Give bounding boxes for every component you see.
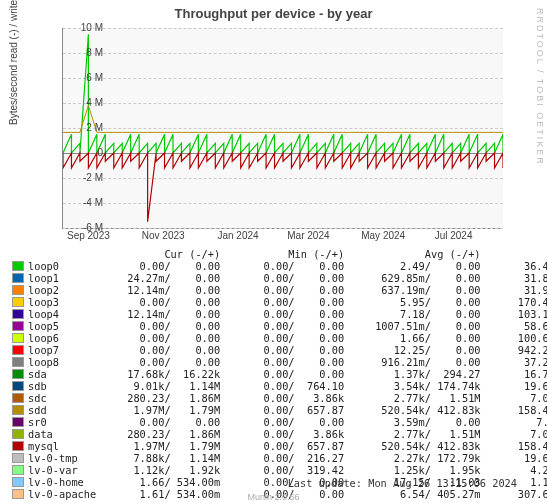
- chart-lines: [63, 28, 503, 228]
- x-tick-label: Jan 2024: [217, 230, 258, 241]
- legend-text: lv-0-tmp 7.88k/ 1.14M 0.00/ 216.27 2.27k…: [28, 452, 547, 464]
- legend-swatch: [12, 321, 24, 331]
- legend-text: sdb 9.01k/ 1.14M 0.00/ 764.10 3.54k/ 174…: [28, 380, 547, 392]
- y-tick-label: -4 M: [67, 197, 103, 208]
- y-tick-label: 10 M: [67, 22, 103, 33]
- legend-row: sda 17.68k/ 16.22k 0.00/ 0.00 1.37k/ 294…: [12, 368, 547, 380]
- y-tick-label: 2 M: [67, 122, 103, 133]
- y-axis-label: Bytes/second read (-) / write (+): [8, 0, 19, 125]
- legend-text: loop0 0.00/ 0.00 0.00/ 0.00 2.49/ 0.00 3…: [28, 260, 547, 272]
- y-tick-label: 4 M: [67, 97, 103, 108]
- x-tick-label: May 2024: [361, 230, 405, 241]
- legend-swatch: [12, 417, 24, 427]
- legend-row: loop8 0.00/ 0.00 0.00/ 0.00 916.21m/ 0.0…: [12, 356, 547, 368]
- legend-swatch: [12, 273, 24, 283]
- series-write: [63, 34, 503, 153]
- legend-row: loop1 24.27m/ 0.00 0.00/ 0.00 629.85m/ 0…: [12, 272, 547, 284]
- legend-swatch: [12, 369, 24, 379]
- legend-text: sdc 280.23/ 1.86M 0.00/ 3.86k 2.77k/ 1.5…: [28, 392, 547, 404]
- legend-swatch: [12, 285, 24, 295]
- legend-text: lv-0-var 1.12k/ 1.92k 0.00/ 319.42 1.25k…: [28, 464, 547, 476]
- legend-text: sr0 0.00/ 0.00 0.00/ 0.00 3.59m/ 0.00 7.…: [28, 416, 547, 428]
- legend-row: loop5 0.00/ 0.00 0.00/ 0.00 1007.51m/ 0.…: [12, 320, 547, 332]
- legend-text: loop5 0.00/ 0.00 0.00/ 0.00 1007.51m/ 0.…: [28, 320, 547, 332]
- tool-version: Munin 2.0.56: [0, 492, 547, 502]
- legend-text: data 280.23/ 1.86M 0.00/ 3.86k 2.77k/ 1.…: [28, 428, 547, 440]
- legend-row: sdd 1.97M/ 1.79M 0.00/ 657.87 520.54k/ 4…: [12, 404, 547, 416]
- legend-row: loop4 12.14m/ 0.00 0.00/ 0.00 7.18/ 0.00…: [12, 308, 547, 320]
- legend-row: lv-0-var 1.12k/ 1.92k 0.00/ 319.42 1.25k…: [12, 464, 547, 476]
- tool-watermark: RRDTOOL / TOBI OETIKER: [535, 8, 545, 166]
- legend-text: loop4 12.14m/ 0.00 0.00/ 0.00 7.18/ 0.00…: [28, 308, 547, 320]
- y-tick-label: 6 M: [67, 72, 103, 83]
- legend-row: loop2 12.14m/ 0.00 0.00/ 0.00 637.19m/ 0…: [12, 284, 547, 296]
- legend-swatch: [12, 381, 24, 391]
- legend-swatch: [12, 429, 24, 439]
- legend-row: loop7 0.00/ 0.00 0.00/ 0.00 12.25/ 0.00 …: [12, 344, 547, 356]
- x-tick-label: Sep 2023: [67, 230, 110, 241]
- legend-text: loop2 12.14m/ 0.00 0.00/ 0.00 637.19m/ 0…: [28, 284, 547, 296]
- legend-text: loop3 0.00/ 0.00 0.00/ 0.00 5.95/ 0.00 1…: [28, 296, 547, 308]
- last-update-label: Last update: Mon Aug 26 13:15:06 2024: [288, 477, 517, 489]
- legend-row: data 280.23/ 1.86M 0.00/ 3.86k 2.77k/ 1.…: [12, 428, 547, 440]
- legend-row: sr0 0.00/ 0.00 0.00/ 0.00 3.59m/ 0.00 7.…: [12, 416, 547, 428]
- legend-text: loop1 24.27m/ 0.00 0.00/ 0.00 629.85m/ 0…: [28, 272, 547, 284]
- legend-swatch: [12, 357, 24, 367]
- y-tick-label: 8 M: [67, 47, 103, 58]
- legend: Cur (-/+) Min (-/+) Avg (-/+) Max (-/+) …: [12, 248, 547, 500]
- legend-row: sdc 280.23/ 1.86M 0.00/ 3.86k 2.77k/ 1.5…: [12, 392, 547, 404]
- x-tick-label: Nov 2023: [142, 230, 185, 241]
- legend-text: loop7 0.00/ 0.00 0.00/ 0.00 12.25/ 0.00 …: [28, 344, 547, 356]
- legend-text: mysql 1.97M/ 1.79M 0.00/ 657.87 520.54k/…: [28, 440, 547, 452]
- legend-swatch: [12, 453, 24, 463]
- legend-swatch: [12, 333, 24, 343]
- legend-header: Cur (-/+) Min (-/+) Avg (-/+) Max (-/+): [12, 248, 547, 260]
- legend-text: loop8 0.00/ 0.00 0.00/ 0.00 916.21m/ 0.0…: [28, 356, 547, 368]
- legend-swatch: [12, 441, 24, 451]
- legend-text: sda 17.68k/ 16.22k 0.00/ 0.00 1.37k/ 294…: [28, 368, 547, 380]
- legend-swatch: [12, 477, 24, 487]
- legend-swatch: [12, 465, 24, 475]
- gridline: [63, 228, 503, 229]
- legend-swatch: [12, 393, 24, 403]
- legend-row: loop0 0.00/ 0.00 0.00/ 0.00 2.49/ 0.00 3…: [12, 260, 547, 272]
- legend-row: lv-0-tmp 7.88k/ 1.14M 0.00/ 216.27 2.27k…: [12, 452, 547, 464]
- legend-text: sdd 1.97M/ 1.79M 0.00/ 657.87 520.54k/ 4…: [28, 404, 547, 416]
- legend-swatch: [12, 261, 24, 271]
- legend-row: mysql 1.97M/ 1.79M 0.00/ 657.87 520.54k/…: [12, 440, 547, 452]
- legend-swatch: [12, 405, 24, 415]
- y-tick-label: 0: [67, 147, 103, 158]
- legend-swatch: [12, 309, 24, 319]
- plot-area: [62, 28, 503, 229]
- legend-row: sdb 9.01k/ 1.14M 0.00/ 764.10 3.54k/ 174…: [12, 380, 547, 392]
- legend-row: loop3 0.00/ 0.00 0.00/ 0.00 5.95/ 0.00 1…: [12, 296, 547, 308]
- x-tick-label: Jul 2024: [435, 230, 473, 241]
- legend-text: loop6 0.00/ 0.00 0.00/ 0.00 1.66/ 0.00 1…: [28, 332, 547, 344]
- x-tick-label: Mar 2024: [287, 230, 329, 241]
- series-read: [63, 153, 503, 222]
- legend-row: loop6 0.00/ 0.00 0.00/ 0.00 1.66/ 0.00 1…: [12, 332, 547, 344]
- legend-swatch: [12, 297, 24, 307]
- y-tick-label: -2 M: [67, 172, 103, 183]
- legend-swatch: [12, 345, 24, 355]
- series-envelope: [63, 106, 503, 133]
- chart-title: Throughput per device - by year: [0, 6, 547, 21]
